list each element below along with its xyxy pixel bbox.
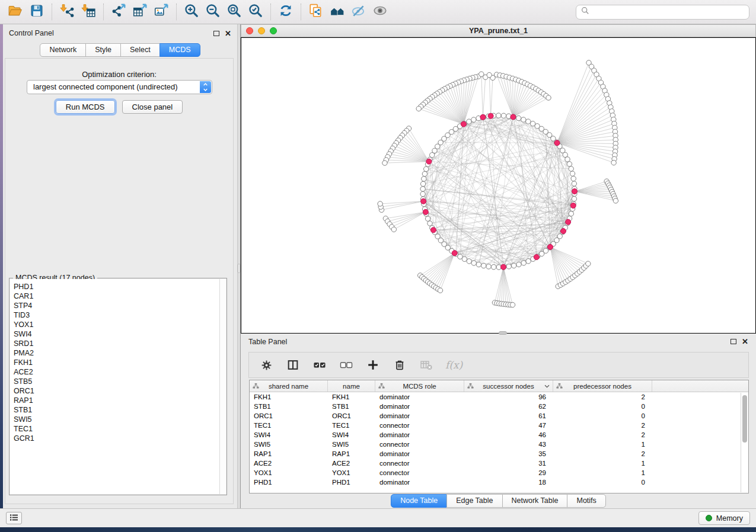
table-scrollbar-thumb[interactable]: [742, 395, 747, 443]
save-session-button[interactable]: [26, 2, 47, 22]
table-row[interactable]: ACE2ACE2connector311: [250, 459, 748, 468]
table-row[interactable]: TEC1TEC1connector472: [250, 421, 748, 430]
zoom-fit-button[interactable]: [224, 2, 245, 22]
float-panel-icon[interactable]: [213, 31, 219, 36]
mcds-result-item[interactable]: FKH1: [14, 358, 226, 367]
tab-network[interactable]: Network: [40, 43, 86, 57]
mcds-result-scrollbar[interactable]: [219, 279, 226, 494]
import-network-icon: [59, 3, 75, 21]
clone-network-button[interactable]: [305, 2, 327, 22]
splitter-grip[interactable]: [238, 264, 240, 273]
deselect-all-button[interactable]: [339, 357, 354, 373]
network-canvas[interactable]: [241, 37, 756, 334]
export-table-button[interactable]: [129, 2, 151, 22]
table-panel: Table Panel ✕ f(x) shared name name MCDS…: [241, 334, 756, 508]
table-row[interactable]: SWI4SWI4dominator462: [250, 430, 748, 440]
table-row[interactable]: ORC1ORC1dominator610: [250, 411, 748, 421]
mcds-result-item[interactable]: STP4: [14, 301, 226, 310]
mcds-result-item[interactable]: PHD1: [14, 282, 226, 291]
toolbar-separator: [301, 4, 301, 20]
column-header-successor-nodes[interactable]: successor nodes: [464, 380, 553, 392]
criterion-dropdown[interactable]: largest connected component (undirected): [27, 80, 212, 94]
add-column-button[interactable]: [365, 357, 381, 373]
memory-button[interactable]: Memory: [698, 511, 750, 525]
mcds-result-list[interactable]: PHD1CAR1STP4TID3YOX1SWI4SRD1PMA2FKH1ACE2…: [10, 279, 226, 494]
tab-select[interactable]: Select: [120, 43, 160, 57]
control-panel: Control Panel ✕ Network Style Select MCD…: [3, 24, 237, 511]
import-network-button[interactable]: [56, 2, 78, 22]
run-mcds-button[interactable]: Run MCDS: [56, 100, 115, 114]
table-scrollbar[interactable]: [741, 393, 748, 492]
task-history-button[interactable]: [6, 512, 22, 524]
open-file-button[interactable]: [5, 2, 26, 22]
tab-motifs[interactable]: Motifs: [567, 494, 605, 508]
network-window-title: YPA_prune.txt_1: [241, 27, 755, 35]
tab-network-table[interactable]: Network Table: [502, 494, 568, 508]
dropdown-stepper-icon: [200, 81, 211, 93]
select-all-button[interactable]: [312, 357, 327, 373]
zoom-out-icon: [205, 3, 221, 21]
mcds-result-item[interactable]: ACE2: [14, 367, 226, 377]
zoom-selected-button[interactable]: [245, 2, 266, 22]
tab-node-table[interactable]: Node Table: [391, 494, 447, 508]
table-toolbar: f(x): [248, 352, 749, 378]
mcds-result-item[interactable]: TEC1: [14, 424, 226, 434]
table-row[interactable]: PHD1PHD1dominator180: [250, 477, 748, 487]
mcds-result-item[interactable]: STB5: [14, 377, 226, 386]
mcds-result-item[interactable]: PMA2: [14, 348, 226, 358]
table-row[interactable]: STB1STB1dominator620: [250, 402, 748, 411]
toolbar-separator: [52, 4, 52, 20]
table-settings-button[interactable]: [259, 357, 274, 373]
mcds-result-item[interactable]: RAP1: [14, 396, 226, 405]
close-panel-button[interactable]: Close panel: [122, 100, 183, 114]
tab-mcds[interactable]: MCDS: [160, 43, 200, 57]
mcds-result-item[interactable]: SWI5: [14, 415, 226, 424]
refresh-icon: [278, 3, 294, 21]
close-panel-icon[interactable]: ✕: [742, 338, 748, 345]
panel-splitter-horizontal[interactable]: [499, 331, 507, 335]
close-panel-icon[interactable]: ✕: [225, 30, 231, 37]
table-row[interactable]: YOX1YOX1connector291: [250, 468, 748, 477]
show-columns-button[interactable]: [285, 357, 301, 373]
table-row[interactable]: SWI5SWI5connector431: [250, 440, 748, 449]
node-table: shared name name MCDS role successor nod…: [249, 380, 749, 493]
mcds-result-item[interactable]: SWI4: [14, 329, 226, 339]
refresh-button[interactable]: [275, 2, 296, 22]
mcds-result-item[interactable]: STB1: [14, 405, 226, 415]
zoom-in-button[interactable]: [181, 2, 202, 22]
node-table-body: FKH1FKH1dominator962STB1STB1dominator620…: [250, 392, 748, 487]
delete-column-button[interactable]: [392, 357, 407, 373]
network-window-titlebar[interactable]: YPA_prune.txt_1: [241, 24, 756, 37]
table-row[interactable]: RAP1RAP1dominator352: [250, 449, 748, 459]
column-header-name[interactable]: name: [328, 380, 375, 392]
first-neighbors-button[interactable]: [327, 2, 348, 22]
import-table-button[interactable]: [78, 2, 99, 22]
column-header-shared-name[interactable]: shared name: [250, 380, 328, 392]
mcds-result-item[interactable]: GCR1: [14, 434, 226, 443]
mcds-result-item[interactable]: ORC1: [14, 386, 226, 396]
mcds-result-item[interactable]: SRD1: [14, 339, 226, 348]
column-header-mcds-role[interactable]: MCDS role: [375, 380, 464, 392]
tab-edge-table[interactable]: Edge Table: [446, 494, 502, 508]
import-table-icon: [81, 3, 96, 21]
floppy-disk-icon: [30, 4, 44, 20]
mcds-result-item[interactable]: YOX1: [14, 320, 226, 329]
search-box[interactable]: [576, 5, 749, 20]
table-panel-title: Table Panel: [248, 338, 287, 346]
hide-selected-button[interactable]: [348, 2, 369, 22]
float-panel-icon[interactable]: [731, 339, 736, 344]
status-bar: Memory: [0, 508, 756, 527]
show-all-button[interactable]: [369, 2, 391, 22]
table-row[interactable]: FKH1FKH1dominator962: [250, 392, 748, 402]
function-builder-button-disabled: f(x): [445, 359, 462, 371]
zoom-out-button[interactable]: [202, 2, 224, 22]
search-input[interactable]: [589, 6, 749, 18]
column-header-predecessor-nodes[interactable]: predecessor nodes: [553, 380, 652, 392]
export-image-icon: [154, 3, 169, 21]
zoom-selected-icon: [248, 3, 263, 21]
export-network-button[interactable]: [108, 2, 129, 22]
export-image-button[interactable]: [151, 2, 172, 22]
mcds-result-item[interactable]: CAR1: [14, 291, 226, 301]
mcds-result-item[interactable]: TID3: [14, 310, 226, 320]
tab-style[interactable]: Style: [85, 43, 121, 57]
